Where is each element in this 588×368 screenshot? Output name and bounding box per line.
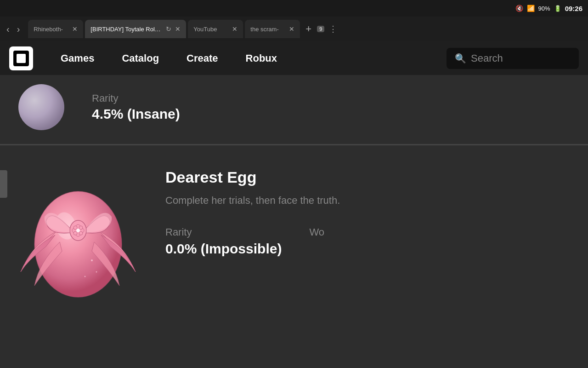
nav-catalog[interactable]: Catalog [108, 52, 173, 64]
rarity-stat-value: 0.0% (Impossible) [165, 241, 282, 257]
extra-stat: Wo [309, 226, 324, 257]
item-name: Dearest Egg [165, 168, 579, 186]
svg-point-12 [79, 231, 83, 235]
search-icon: 🔍 [455, 53, 466, 64]
tab-count-badge: 9 [317, 26, 324, 32]
search-box[interactable]: 🔍 Search [447, 48, 579, 69]
svg-point-10 [79, 226, 83, 230]
search-placeholder: Search [471, 52, 503, 64]
tab-scram-label: the scram- [250, 26, 285, 33]
nav-create[interactable]: Create [173, 52, 232, 64]
top-item-info: Rarity 4.5% (Insane) [83, 92, 588, 122]
tab-youtube[interactable]: YouTube ✕ [188, 20, 243, 38]
main-item: Dearest Egg Complete her trials, then fa… [0, 145, 588, 329]
item-description: Complete her trials, then face the truth… [165, 194, 579, 208]
tab-youtube-close[interactable]: ✕ [232, 25, 237, 33]
battery-icon: 90% [538, 5, 550, 12]
moon-image [18, 84, 64, 130]
top-item-image [0, 80, 83, 135]
main-item-image [0, 159, 156, 316]
svg-point-11 [74, 231, 77, 235]
back-button[interactable]: ‹ [4, 22, 12, 36]
tab-bar: ‹ › Rhineboth- ✕ [BIRTHDAY] Toytale Role… [0, 17, 588, 41]
tab-rhineboth-label: Rhineboth- [34, 26, 68, 33]
top-rarity-value: 4.5% (Insane) [92, 106, 588, 122]
mute-icon: 🔇 [515, 5, 523, 12]
roblox-logo-inner [17, 54, 26, 63]
status-icons: 🔇 📶 90% 🔋 09:26 [515, 5, 582, 12]
dearest-egg-svg [11, 171, 145, 304]
tab-rhineboth[interactable]: Rhineboth- ✕ [28, 20, 83, 38]
wifi-icon: 📶 [527, 5, 535, 12]
tab-toytale-close[interactable]: ✕ [175, 25, 181, 33]
item-stats: Rarity 0.0% (Impossible) Wo [165, 226, 579, 257]
roblox-navbar: Games Catalog Create Robux 🔍 Search [0, 41, 588, 75]
tab-toytale[interactable]: [BIRTHDAY] Toytale Roleplay – ↻ ✕ [85, 20, 186, 38]
nav-games[interactable]: Games [47, 52, 108, 64]
forward-button[interactable]: › [14, 22, 23, 36]
svg-point-14 [91, 259, 93, 261]
svg-point-13 [76, 229, 80, 232]
roblox-logo[interactable] [9, 46, 33, 70]
tab-toytale-reload[interactable]: ↻ [166, 25, 171, 33]
tab-rhineboth-close[interactable]: ✕ [72, 25, 78, 33]
nav-arrows: ‹ › [4, 22, 23, 36]
tab-toytale-label: [BIRTHDAY] Toytale Roleplay – [90, 26, 162, 33]
svg-point-15 [85, 276, 86, 277]
battery-bar-icon: 🔋 [554, 5, 561, 12]
browser-menu-button[interactable]: ⋮ [326, 22, 340, 36]
rarity-stat-label: Rarity [165, 226, 282, 238]
status-bar: 🔇 📶 90% 🔋 09:26 [0, 0, 588, 17]
nav-links: Games Catalog Create Robux [47, 52, 447, 64]
roblox-logo-shape [13, 51, 29, 66]
new-tab-button[interactable]: + [302, 21, 315, 37]
top-rarity-label: Rarity [92, 92, 588, 104]
svg-point-16 [96, 271, 97, 273]
status-time: 09:26 [565, 5, 582, 12]
svg-point-9 [74, 226, 77, 230]
tab-scram[interactable]: the scram- ✕ [245, 20, 300, 38]
side-handle[interactable] [0, 170, 7, 198]
main-item-info: Dearest Egg Complete her trials, then fa… [156, 159, 588, 257]
extra-stat-label: Wo [309, 226, 324, 238]
top-item: Rarity 4.5% (Insane) [0, 75, 588, 144]
content-area: Rarity 4.5% (Insane) [0, 75, 588, 329]
nav-robux[interactable]: Robux [232, 52, 291, 64]
tab-scram-close[interactable]: ✕ [289, 25, 294, 33]
rarity-stat: Rarity 0.0% (Impossible) [165, 226, 282, 257]
tab-youtube-label: YouTube [193, 26, 228, 33]
